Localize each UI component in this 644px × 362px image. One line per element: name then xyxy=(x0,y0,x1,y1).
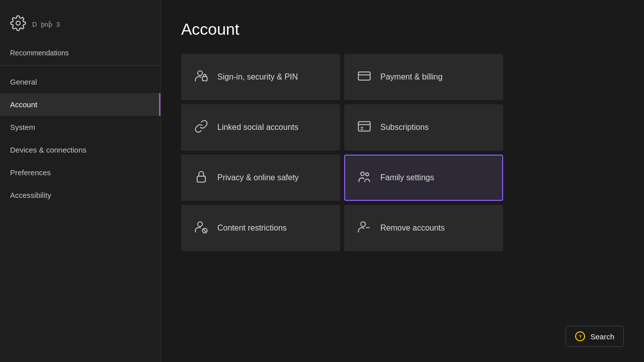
sidebar-header-info: D þnƥ 3 xyxy=(32,21,60,28)
tile-label-content-restrictions: Content restrictions xyxy=(217,224,287,233)
svg-point-10 xyxy=(361,172,364,176)
svg-rect-5 xyxy=(358,122,370,131)
svg-point-11 xyxy=(366,173,369,176)
search-label: Search xyxy=(590,332,614,341)
tile-linked-social[interactable]: Linked social accounts xyxy=(181,104,340,151)
subscriptions-icon xyxy=(357,119,371,135)
sidebar-item-account[interactable]: Account xyxy=(0,93,160,116)
sidebar-item-general[interactable]: General xyxy=(0,70,160,93)
svg-rect-9 xyxy=(197,176,205,182)
tile-label-subscriptions: Subscriptions xyxy=(380,123,429,132)
sidebar: D þnƥ 3 Recommendations GeneralAccountSy… xyxy=(0,0,161,362)
person-lock-icon xyxy=(194,69,208,85)
svg-rect-2 xyxy=(202,77,207,81)
user-initial: D xyxy=(32,21,37,28)
recommendations-section: Recommendations xyxy=(0,43,160,65)
lock-icon xyxy=(194,170,208,186)
tile-subscriptions[interactable]: Subscriptions xyxy=(344,104,503,151)
sidebar-item-preferences[interactable]: Preferences xyxy=(0,161,160,184)
settings-grid: Sign-in, security & PINPayment & billing… xyxy=(181,54,503,251)
sidebar-item-devices[interactable]: Devices & connections xyxy=(0,138,160,161)
tile-sign-in[interactable]: Sign-in, security & PIN xyxy=(181,54,340,100)
search-button[interactable]: Y Search xyxy=(566,326,624,347)
header-extra: þnƥ xyxy=(41,21,52,28)
tile-label-remove-accounts: Remove accounts xyxy=(380,224,445,233)
search-circle-icon: Y xyxy=(575,331,585,341)
recommendations-label: Recommendations xyxy=(10,49,69,57)
svg-rect-3 xyxy=(358,72,370,80)
tile-label-payment: Payment & billing xyxy=(380,73,443,82)
tile-label-privacy: Privacy & online safety xyxy=(217,173,299,182)
svg-point-1 xyxy=(198,71,202,76)
family-icon xyxy=(357,170,371,186)
tile-content-restrictions[interactable]: Content restrictions xyxy=(181,205,340,251)
tile-privacy[interactable]: Privacy & online safety xyxy=(181,155,340,201)
person-remove-icon xyxy=(357,220,371,236)
svg-point-0 xyxy=(16,21,20,25)
page-title: Account xyxy=(181,20,624,39)
tile-label-linked-social: Linked social accounts xyxy=(217,123,298,132)
tile-label-sign-in: Sign-in, security & PIN xyxy=(217,73,298,82)
nav-list: GeneralAccountSystemDevices & connection… xyxy=(0,70,160,206)
svg-line-14 xyxy=(203,229,206,232)
header-badge: 3 xyxy=(56,21,60,28)
card-icon xyxy=(357,69,371,85)
link-icon xyxy=(194,119,208,135)
sidebar-header: D þnƥ 3 xyxy=(0,10,160,43)
gear-icon xyxy=(10,15,26,33)
svg-point-12 xyxy=(198,222,202,227)
tile-remove-accounts[interactable]: Remove accounts xyxy=(344,205,503,251)
person-restrict-icon xyxy=(194,220,208,236)
sidebar-item-system[interactable]: System xyxy=(0,116,160,138)
sidebar-item-accessibility[interactable]: Accessibility xyxy=(0,184,160,206)
tile-payment[interactable]: Payment & billing xyxy=(344,54,503,100)
tile-label-family: Family settings xyxy=(380,173,434,182)
svg-point-15 xyxy=(361,222,365,227)
tile-family[interactable]: Family settings xyxy=(344,155,503,201)
main-content: Account Sign-in, security & PINPayment &… xyxy=(161,0,644,362)
